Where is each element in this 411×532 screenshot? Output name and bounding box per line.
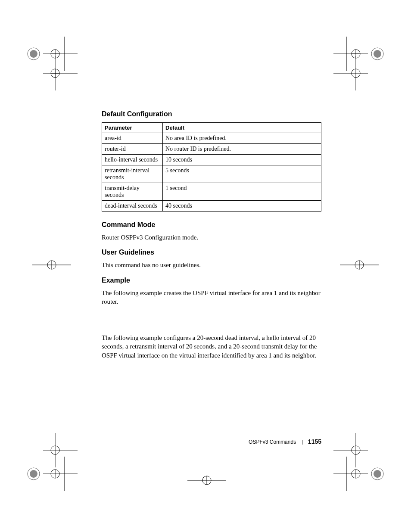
footer-page-number: 1155	[308, 438, 321, 445]
footer-section-label: OSPFv3 Commands	[249, 439, 296, 445]
registration-mark-icon	[187, 470, 226, 491]
table-header-row: Parameter Default	[102, 123, 321, 133]
example-intro-text: The following example creates the OSPF v…	[102, 289, 321, 306]
registration-mark-icon	[340, 254, 379, 276]
registration-mark-icon	[333, 433, 385, 467]
table-row: dead-interval seconds 40 seconds	[102, 201, 321, 212]
table-cell-param: hello-interval seconds	[102, 155, 163, 165]
table-cell-default: 40 seconds	[163, 201, 321, 212]
command-mode-text: Router OSPFv3 Configuration mode.	[102, 233, 321, 242]
heading-example: Example	[102, 277, 321, 284]
section-user-guidelines: User Guidelines This command has no user…	[102, 249, 321, 269]
example-code-placeholder	[102, 313, 321, 333]
table-cell-param: dead-interval seconds	[102, 201, 163, 212]
table-header-default: Default	[163, 123, 321, 133]
default-configuration-table: Parameter Default area-id No area ID is …	[102, 122, 321, 212]
heading-user-guidelines: User Guidelines	[102, 249, 321, 256]
registration-mark-icon	[333, 56, 385, 90]
footer-separator	[302, 440, 302, 445]
section-example: Example The following example creates th…	[102, 277, 321, 360]
table-cell-default: 1 second	[163, 183, 321, 201]
registration-mark-icon	[26, 56, 78, 90]
user-guidelines-text: This command has no user guidelines.	[102, 261, 321, 269]
table-header-parameter: Parameter	[102, 123, 163, 133]
svg-point-42	[374, 470, 381, 478]
page-footer: OSPFv3 Commands 1155	[102, 438, 321, 445]
section-default-configuration: Default Configuration Parameter Default …	[102, 110, 321, 212]
table-row: hello-interval seconds 10 seconds	[102, 155, 321, 165]
registration-mark-icon	[32, 254, 71, 276]
heading-command-mode: Command Mode	[102, 221, 321, 229]
heading-default-configuration: Default Configuration	[102, 110, 321, 118]
table-row: router-id No router ID is predefined.	[102, 144, 321, 155]
table-cell-default: No router ID is predefined.	[163, 144, 321, 155]
table-cell-default: No area ID is predefined.	[163, 133, 321, 144]
table-cell-default: 5 seconds	[163, 165, 321, 183]
table-cell-param: transmit-delay seconds	[102, 183, 163, 201]
table-cell-param: retransmit-interval seconds	[102, 165, 163, 183]
registration-mark-icon	[26, 433, 78, 467]
table-row: area-id No area ID is predefined.	[102, 133, 321, 144]
page-content: Default Configuration Parameter Default …	[102, 110, 321, 367]
svg-point-33	[30, 470, 37, 478]
section-command-mode: Command Mode Router OSPFv3 Configuration…	[102, 221, 321, 242]
table-row: transmit-delay seconds 1 second	[102, 183, 321, 201]
table-row: retransmit-interval seconds 5 seconds	[102, 165, 321, 183]
table-cell-param: area-id	[102, 133, 163, 144]
table-cell-default: 10 seconds	[163, 155, 321, 165]
example-second-text: The following example configures a 20-se…	[102, 333, 321, 360]
table-cell-param: router-id	[102, 144, 163, 155]
